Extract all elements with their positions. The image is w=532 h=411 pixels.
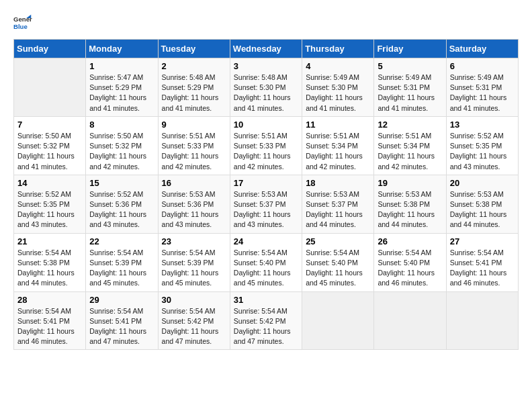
- calendar-cell: 16Sunrise: 5:53 AM Sunset: 5:36 PM Dayli…: [158, 175, 230, 233]
- day-number: 24: [234, 236, 298, 246]
- logo-icon: General Blue: [13, 13, 32, 32]
- day-number: 21: [17, 236, 82, 246]
- calendar-cell: 15Sunrise: 5:52 AM Sunset: 5:36 PM Dayli…: [86, 175, 158, 233]
- calendar-cell: 2Sunrise: 5:48 AM Sunset: 5:29 PM Daylig…: [158, 58, 230, 117]
- day-number: 23: [162, 236, 226, 246]
- calendar-header-row: SundayMondayTuesdayWednesdayThursdayFrid…: [14, 40, 519, 58]
- day-info: Sunrise: 5:53 AM Sunset: 5:36 PM Dayligh…: [162, 189, 226, 230]
- day-info: Sunrise: 5:54 AM Sunset: 5:41 PM Dayligh…: [450, 248, 515, 289]
- day-info: Sunrise: 5:48 AM Sunset: 5:29 PM Dayligh…: [162, 73, 226, 113]
- calendar-cell: [446, 291, 518, 350]
- day-info: Sunrise: 5:54 AM Sunset: 5:39 PM Dayligh…: [162, 248, 226, 289]
- day-number: 9: [162, 120, 226, 130]
- calendar-table: SundayMondayTuesdayWednesdayThursdayFrid…: [13, 39, 519, 350]
- day-info: Sunrise: 5:54 AM Sunset: 5:38 PM Dayligh…: [17, 248, 82, 289]
- calendar-cell: 3Sunrise: 5:48 AM Sunset: 5:30 PM Daylig…: [230, 58, 302, 117]
- day-number: 31: [234, 295, 298, 305]
- day-number: 19: [378, 178, 442, 188]
- day-number: 27: [450, 236, 515, 246]
- day-info: Sunrise: 5:52 AM Sunset: 5:35 PM Dayligh…: [17, 189, 82, 230]
- day-info: Sunrise: 5:54 AM Sunset: 5:42 PM Dayligh…: [234, 306, 298, 347]
- day-info: Sunrise: 5:50 AM Sunset: 5:32 PM Dayligh…: [17, 131, 82, 172]
- calendar-week-row: 14Sunrise: 5:52 AM Sunset: 5:35 PM Dayli…: [14, 175, 519, 233]
- calendar-week-row: 7Sunrise: 5:50 AM Sunset: 5:32 PM Daylig…: [14, 116, 519, 175]
- day-number: 16: [162, 178, 226, 188]
- day-info: Sunrise: 5:54 AM Sunset: 5:40 PM Dayligh…: [378, 248, 442, 289]
- calendar-cell: 6Sunrise: 5:49 AM Sunset: 5:31 PM Daylig…: [446, 58, 518, 117]
- day-number: 22: [89, 236, 154, 246]
- day-number: 25: [306, 236, 370, 246]
- calendar-header-friday: Friday: [374, 40, 446, 58]
- calendar-cell: 28Sunrise: 5:54 AM Sunset: 5:41 PM Dayli…: [14, 291, 86, 350]
- calendar-cell: 20Sunrise: 5:53 AM Sunset: 5:38 PM Dayli…: [446, 175, 518, 233]
- calendar-cell: 29Sunrise: 5:54 AM Sunset: 5:41 PM Dayli…: [86, 291, 158, 350]
- day-info: Sunrise: 5:52 AM Sunset: 5:36 PM Dayligh…: [89, 189, 154, 230]
- day-info: Sunrise: 5:51 AM Sunset: 5:33 PM Dayligh…: [234, 131, 298, 172]
- day-number: 17: [234, 178, 298, 188]
- day-info: Sunrise: 5:50 AM Sunset: 5:32 PM Dayligh…: [89, 131, 154, 172]
- day-info: Sunrise: 5:48 AM Sunset: 5:30 PM Dayligh…: [234, 73, 298, 113]
- day-number: 15: [89, 178, 154, 188]
- day-info: Sunrise: 5:53 AM Sunset: 5:37 PM Dayligh…: [306, 189, 370, 230]
- day-number: 8: [89, 120, 154, 130]
- day-info: Sunrise: 5:51 AM Sunset: 5:34 PM Dayligh…: [378, 131, 442, 172]
- calendar-cell: 22Sunrise: 5:54 AM Sunset: 5:39 PM Dayli…: [86, 233, 158, 291]
- day-info: Sunrise: 5:52 AM Sunset: 5:35 PM Dayligh…: [450, 131, 515, 172]
- calendar-cell: 23Sunrise: 5:54 AM Sunset: 5:39 PM Dayli…: [158, 233, 230, 291]
- calendar-cell: 31Sunrise: 5:54 AM Sunset: 5:42 PM Dayli…: [230, 291, 302, 350]
- calendar-cell: 10Sunrise: 5:51 AM Sunset: 5:33 PM Dayli…: [230, 116, 302, 175]
- day-info: Sunrise: 5:51 AM Sunset: 5:33 PM Dayligh…: [162, 131, 226, 172]
- calendar-cell: 1Sunrise: 5:47 AM Sunset: 5:29 PM Daylig…: [86, 58, 158, 117]
- day-number: 12: [378, 120, 442, 130]
- calendar-header-thursday: Thursday: [302, 40, 374, 58]
- calendar-cell: [14, 58, 86, 117]
- calendar-header-saturday: Saturday: [446, 40, 518, 58]
- calendar-header-sunday: Sunday: [14, 40, 86, 58]
- day-number: 26: [378, 236, 442, 246]
- day-number: 18: [306, 178, 370, 188]
- day-info: Sunrise: 5:49 AM Sunset: 5:31 PM Dayligh…: [378, 73, 442, 113]
- calendar-cell: 18Sunrise: 5:53 AM Sunset: 5:37 PM Dayli…: [302, 175, 374, 233]
- calendar-cell: 11Sunrise: 5:51 AM Sunset: 5:34 PM Dayli…: [302, 116, 374, 175]
- calendar-week-row: 21Sunrise: 5:54 AM Sunset: 5:38 PM Dayli…: [14, 233, 519, 291]
- calendar-cell: 25Sunrise: 5:54 AM Sunset: 5:40 PM Dayli…: [302, 233, 374, 291]
- calendar-cell: 9Sunrise: 5:51 AM Sunset: 5:33 PM Daylig…: [158, 116, 230, 175]
- calendar-cell: 8Sunrise: 5:50 AM Sunset: 5:32 PM Daylig…: [86, 116, 158, 175]
- logo: General Blue: [13, 13, 32, 32]
- day-info: Sunrise: 5:54 AM Sunset: 5:40 PM Dayligh…: [306, 248, 370, 289]
- day-number: 10: [234, 120, 298, 130]
- day-number: 20: [450, 178, 515, 188]
- calendar-cell: [302, 291, 374, 350]
- day-info: Sunrise: 5:53 AM Sunset: 5:38 PM Dayligh…: [378, 189, 442, 230]
- day-number: 11: [306, 120, 370, 130]
- day-number: 4: [306, 61, 370, 71]
- calendar-week-row: 1Sunrise: 5:47 AM Sunset: 5:29 PM Daylig…: [14, 58, 519, 117]
- day-info: Sunrise: 5:53 AM Sunset: 5:37 PM Dayligh…: [234, 189, 298, 230]
- calendar-cell: 17Sunrise: 5:53 AM Sunset: 5:37 PM Dayli…: [230, 175, 302, 233]
- day-info: Sunrise: 5:49 AM Sunset: 5:31 PM Dayligh…: [450, 73, 515, 113]
- day-number: 6: [450, 61, 515, 71]
- calendar-week-row: 28Sunrise: 5:54 AM Sunset: 5:41 PM Dayli…: [14, 291, 519, 350]
- day-number: 28: [17, 295, 82, 305]
- day-info: Sunrise: 5:49 AM Sunset: 5:30 PM Dayligh…: [306, 73, 370, 113]
- day-number: 1: [89, 61, 154, 71]
- day-info: Sunrise: 5:47 AM Sunset: 5:29 PM Dayligh…: [89, 73, 154, 113]
- day-number: 13: [450, 120, 515, 130]
- calendar-header-tuesday: Tuesday: [158, 40, 230, 58]
- day-number: 3: [234, 61, 298, 71]
- day-info: Sunrise: 5:53 AM Sunset: 5:38 PM Dayligh…: [450, 189, 515, 230]
- page-header: General Blue: [13, 13, 519, 32]
- day-info: Sunrise: 5:54 AM Sunset: 5:41 PM Dayligh…: [17, 306, 82, 347]
- day-info: Sunrise: 5:51 AM Sunset: 5:34 PM Dayligh…: [306, 131, 370, 172]
- calendar-cell: 4Sunrise: 5:49 AM Sunset: 5:30 PM Daylig…: [302, 58, 374, 117]
- day-number: 7: [17, 120, 82, 130]
- calendar-cell: 14Sunrise: 5:52 AM Sunset: 5:35 PM Dayli…: [14, 175, 86, 233]
- calendar-cell: 24Sunrise: 5:54 AM Sunset: 5:40 PM Dayli…: [230, 233, 302, 291]
- day-number: 30: [162, 295, 226, 305]
- day-number: 14: [17, 178, 82, 188]
- calendar-header-wednesday: Wednesday: [230, 40, 302, 58]
- calendar-cell: 5Sunrise: 5:49 AM Sunset: 5:31 PM Daylig…: [374, 58, 446, 117]
- day-number: 29: [89, 295, 154, 305]
- day-number: 5: [378, 61, 442, 71]
- svg-text:Blue: Blue: [13, 23, 28, 30]
